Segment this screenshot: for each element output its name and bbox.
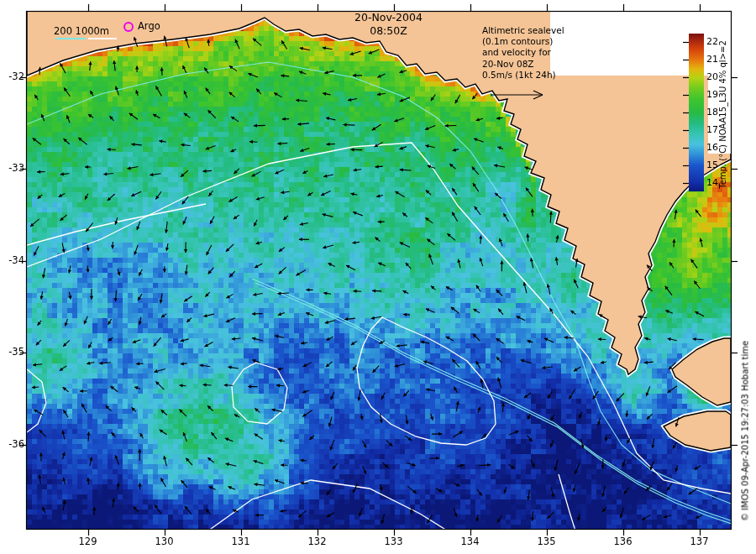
credit-text: © IMOS 09-Apr-2015 19:27:03 Hobart time <box>741 314 750 549</box>
lat-tick-label: -32 <box>1 71 24 82</box>
lon-tick-label: 132 <box>299 536 336 547</box>
colorbar-tick-label: 17 <box>706 124 718 135</box>
note-line: 20-Nov 08Z <box>482 59 600 70</box>
map-canvas <box>0 0 756 554</box>
lat-tick-label: -34 <box>1 254 24 266</box>
colorbar-tick-label: 14 <box>706 177 718 188</box>
argo-legend-label: Argo <box>138 20 160 32</box>
note-line: Altimetric sealevel <box>482 25 600 36</box>
colorbar-tick-label: 16 <box>706 142 718 153</box>
lon-tick-label: 129 <box>70 536 107 547</box>
lon-tick-label: 131 <box>223 536 260 547</box>
lon-tick-label: 134 <box>452 536 489 547</box>
colorbar-tick-label: 15 <box>706 159 718 170</box>
lon-tick-label: 130 <box>146 536 183 547</box>
colorbar-tick-label: 19 <box>706 89 718 100</box>
altimetry-note: Altimetric sealevel (0.1m contours) and … <box>482 25 600 81</box>
colorbar-tick-label: 21 <box>706 54 718 65</box>
title-time: 08:50Z <box>323 24 454 38</box>
note-line: (0.1m contours) <box>482 36 600 47</box>
map-title: 20-Nov-2004 08:50Z <box>323 11 454 38</box>
note-line: 0.5m/s (1kt 24h) <box>482 70 600 81</box>
lat-tick-label: -36 <box>1 438 24 450</box>
lon-tick-label: 133 <box>375 536 412 547</box>
lon-tick-label: 135 <box>528 536 565 547</box>
lon-tick-label: 137 <box>681 536 718 547</box>
colorbar-axis-label: Temp. (°C) NOAA15_L3U 4% ql>=2 <box>718 14 727 216</box>
isobath-legend-label: 200 1000m <box>54 25 109 37</box>
argo-marker-icon <box>123 22 134 32</box>
sst-map-figure: 20-Nov-2004 08:50Z 200 1000m Argo Altime… <box>0 0 756 554</box>
colorbar-tick-label: 18 <box>706 107 718 118</box>
lat-tick-label: -35 <box>1 346 24 358</box>
colorbar-tick-label: 22 <box>706 36 718 47</box>
colorbar-tick-label: 20 <box>706 71 718 82</box>
note-line: and velocity for <box>482 47 600 58</box>
lon-tick-label: 136 <box>605 536 642 547</box>
lat-tick-label: -33 <box>1 162 24 174</box>
title-date: 20-Nov-2004 <box>323 11 454 24</box>
